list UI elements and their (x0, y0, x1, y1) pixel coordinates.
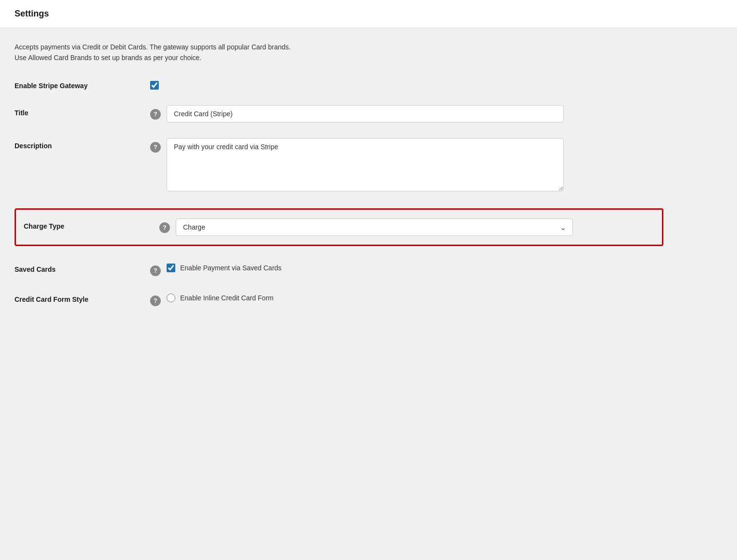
credit-card-form-style-row: Credit Card Form Style ? Enable Inline C… (15, 292, 663, 306)
saved-cards-checkbox-label: Enable Payment via Saved Cards (180, 264, 281, 272)
title-control (167, 105, 663, 123)
saved-cards-label: Saved Cards (15, 262, 150, 273)
description-row: Description ? Pay with your credit card … (15, 138, 663, 193)
saved-cards-checkbox[interactable] (167, 264, 175, 272)
enable-stripe-checkbox-wrapper (150, 78, 663, 90)
description-line1: Accepts payments via Credit or Debit Car… (15, 42, 663, 52)
credit-card-form-style-control: Enable Inline Credit Card Form (167, 292, 663, 302)
charge-type-select[interactable]: Charge Authorize (176, 218, 573, 236)
title-row: Title ? (15, 105, 663, 123)
enable-stripe-control (150, 78, 663, 90)
title-label: Title (15, 105, 150, 117)
page-title: Settings (15, 9, 49, 18)
description-textarea[interactable]: Pay with your credit card via Stripe (167, 138, 564, 191)
credit-card-form-style-radio-label: Enable Inline Credit Card Form (180, 294, 274, 302)
saved-cards-row: Saved Cards ? Enable Payment via Saved C… (15, 262, 663, 276)
description-label: Description (15, 138, 150, 150)
saved-cards-checkbox-wrapper: Enable Payment via Saved Cards (167, 262, 663, 272)
settings-header: Settings (0, 0, 737, 28)
saved-cards-help-icon[interactable]: ? (150, 265, 161, 276)
title-help-icon[interactable]: ? (150, 109, 161, 120)
charge-type-control: Charge Authorize ⌄ (176, 218, 654, 236)
credit-card-form-style-label: Credit Card Form Style (15, 292, 150, 303)
settings-content: Accepts payments via Credit or Debit Car… (0, 28, 678, 335)
charge-type-select-wrapper: Charge Authorize ⌄ (176, 218, 573, 236)
charge-type-help-icon[interactable]: ? (159, 222, 170, 233)
enable-stripe-label: Enable Stripe Gateway (15, 78, 150, 90)
description-block: Accepts payments via Credit or Debit Car… (15, 42, 663, 63)
page-wrapper: Settings Accepts payments via Credit or … (0, 0, 737, 560)
credit-card-form-style-help-icon[interactable]: ? (150, 296, 161, 306)
description-help-icon[interactable]: ? (150, 142, 161, 153)
credit-card-form-style-radio[interactable] (167, 294, 175, 302)
charge-type-row: Charge Type ? Charge Authorize ⌄ (15, 208, 663, 246)
description-line2: Use Allowed Card Brands to set up brands… (15, 52, 663, 63)
enable-stripe-row: Enable Stripe Gateway (15, 78, 663, 90)
credit-card-form-style-radio-wrapper: Enable Inline Credit Card Form (167, 292, 663, 302)
saved-cards-control: Enable Payment via Saved Cards (167, 262, 663, 272)
title-input[interactable] (167, 105, 564, 123)
enable-stripe-checkbox[interactable] (150, 81, 159, 90)
description-control: Pay with your credit card via Stripe (167, 138, 663, 193)
charge-type-label: Charge Type (24, 218, 159, 230)
